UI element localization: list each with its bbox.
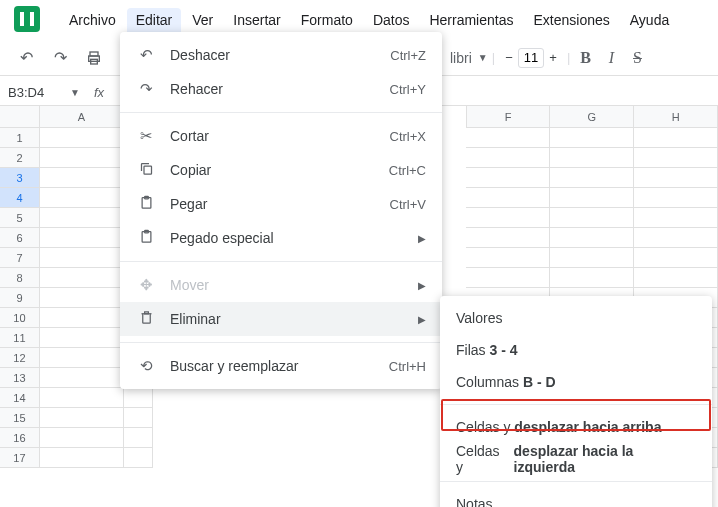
cell[interactable] bbox=[550, 228, 634, 248]
font-name-display[interactable]: libri▼ bbox=[450, 50, 488, 66]
cell[interactable] bbox=[634, 168, 718, 188]
cell[interactable] bbox=[634, 228, 718, 248]
cell[interactable] bbox=[550, 168, 634, 188]
cell[interactable] bbox=[634, 268, 718, 288]
cell[interactable] bbox=[40, 188, 124, 208]
menu-undo[interactable]: ↶ Deshacer Ctrl+Z bbox=[120, 38, 442, 72]
row-header[interactable]: 10 bbox=[0, 308, 40, 328]
cell[interactable] bbox=[40, 288, 124, 308]
row-header[interactable]: 4 bbox=[0, 188, 40, 208]
cell[interactable] bbox=[40, 228, 124, 248]
cell[interactable] bbox=[634, 208, 718, 228]
submenu-shift-left[interactable]: Celdas y desplazar hacia la izquierda bbox=[440, 443, 712, 475]
cell[interactable] bbox=[634, 248, 718, 268]
submenu-rows[interactable]: Filas 3 - 4 bbox=[440, 334, 712, 366]
row-header[interactable]: 11 bbox=[0, 328, 40, 348]
cell[interactable] bbox=[466, 208, 550, 228]
cell[interactable] bbox=[550, 188, 634, 208]
row-header[interactable]: 17 bbox=[0, 448, 40, 468]
redo-icon[interactable]: ↷ bbox=[46, 44, 74, 72]
italic-button[interactable]: I bbox=[600, 49, 622, 67]
submenu-values[interactable]: Valores bbox=[440, 302, 712, 334]
cell[interactable] bbox=[40, 328, 124, 348]
cell[interactable] bbox=[466, 248, 550, 268]
cell[interactable] bbox=[550, 148, 634, 168]
row-header[interactable]: 16 bbox=[0, 428, 40, 448]
cell[interactable] bbox=[466, 168, 550, 188]
col-header[interactable]: F bbox=[467, 106, 551, 128]
cell[interactable] bbox=[40, 248, 124, 268]
menu-delete[interactable]: Eliminar ▶ bbox=[120, 302, 442, 336]
cell[interactable] bbox=[40, 408, 124, 428]
cell[interactable] bbox=[634, 188, 718, 208]
font-size-input[interactable] bbox=[518, 48, 544, 68]
cell[interactable] bbox=[40, 388, 124, 408]
col-header[interactable]: H bbox=[634, 106, 718, 128]
cell[interactable] bbox=[466, 268, 550, 288]
cell[interactable] bbox=[40, 368, 124, 388]
cell[interactable] bbox=[550, 268, 634, 288]
cell[interactable] bbox=[40, 448, 124, 468]
row-header[interactable]: 14 bbox=[0, 388, 40, 408]
menu-copy[interactable]: Copiar Ctrl+C bbox=[120, 153, 442, 187]
col-header[interactable]: G bbox=[550, 106, 634, 128]
cell[interactable] bbox=[466, 128, 550, 148]
strike-button[interactable]: S bbox=[626, 49, 648, 67]
row-header[interactable]: 6 bbox=[0, 228, 40, 248]
row-header[interactable]: 3 bbox=[0, 168, 40, 188]
name-box-value: B3:D4 bbox=[8, 85, 44, 100]
cell[interactable] bbox=[550, 208, 634, 228]
cell[interactable] bbox=[466, 188, 550, 208]
cell[interactable] bbox=[40, 308, 124, 328]
menu-paste[interactable]: Pegar Ctrl+V bbox=[120, 187, 442, 221]
menu-move: ✥ Mover ▶ bbox=[120, 268, 442, 302]
row-header[interactable]: 8 bbox=[0, 268, 40, 288]
cell[interactable] bbox=[40, 168, 124, 188]
menu-paste-special[interactable]: Pegado especial ▶ bbox=[120, 221, 442, 255]
name-box[interactable]: B3:D4 ▼ bbox=[0, 85, 88, 100]
cell[interactable] bbox=[124, 408, 153, 428]
submenu-columns[interactable]: Columnas B - D bbox=[440, 366, 712, 398]
row-header[interactable]: 5 bbox=[0, 208, 40, 228]
cell[interactable] bbox=[466, 228, 550, 248]
row-header[interactable]: 9 bbox=[0, 288, 40, 308]
submenu-shift-up[interactable]: Celdas y desplazar hacia arriba bbox=[440, 411, 712, 443]
cell[interactable] bbox=[550, 128, 634, 148]
cell[interactable] bbox=[40, 128, 124, 148]
menu-find-replace[interactable]: ⟲ Buscar y reemplazar Ctrl+H bbox=[120, 349, 442, 383]
menu-redo[interactable]: ↷ Rehacer Ctrl+Y bbox=[120, 72, 442, 106]
font-size-decrease[interactable]: − bbox=[500, 50, 518, 65]
cell[interactable] bbox=[40, 428, 124, 448]
cell[interactable] bbox=[634, 128, 718, 148]
cell[interactable] bbox=[40, 148, 124, 168]
select-all-corner[interactable] bbox=[0, 106, 40, 128]
cell[interactable] bbox=[40, 348, 124, 368]
cell[interactable] bbox=[124, 428, 153, 448]
cell[interactable] bbox=[124, 448, 153, 468]
cell[interactable] bbox=[466, 148, 550, 168]
row-header[interactable]: 1 bbox=[0, 128, 40, 148]
sheets-logo[interactable] bbox=[14, 6, 40, 32]
font-size-increase[interactable]: + bbox=[544, 50, 562, 65]
cell[interactable] bbox=[124, 388, 153, 408]
submenu-notes[interactable]: Notas bbox=[440, 488, 712, 507]
col-header[interactable]: A bbox=[40, 106, 124, 128]
row-header[interactable]: 2 bbox=[0, 148, 40, 168]
menu-archivo[interactable]: Archivo bbox=[60, 8, 125, 36]
row-header[interactable]: 15 bbox=[0, 408, 40, 428]
cell[interactable] bbox=[550, 248, 634, 268]
cell[interactable] bbox=[40, 268, 124, 288]
menu-cut[interactable]: ✂ Cortar Ctrl+X bbox=[120, 119, 442, 153]
undo-icon: ↶ bbox=[136, 46, 156, 64]
undo-icon[interactable]: ↶ bbox=[12, 44, 40, 72]
print-icon[interactable] bbox=[80, 44, 108, 72]
row-header[interactable]: 12 bbox=[0, 348, 40, 368]
menu-extensiones[interactable]: Extensiones bbox=[524, 8, 618, 36]
trash-icon bbox=[136, 310, 156, 328]
menu-ayuda[interactable]: Ayuda bbox=[621, 8, 678, 36]
row-header[interactable]: 13 bbox=[0, 368, 40, 388]
cell[interactable] bbox=[40, 208, 124, 228]
cell[interactable] bbox=[634, 148, 718, 168]
row-header[interactable]: 7 bbox=[0, 248, 40, 268]
bold-button[interactable]: B bbox=[574, 49, 596, 67]
